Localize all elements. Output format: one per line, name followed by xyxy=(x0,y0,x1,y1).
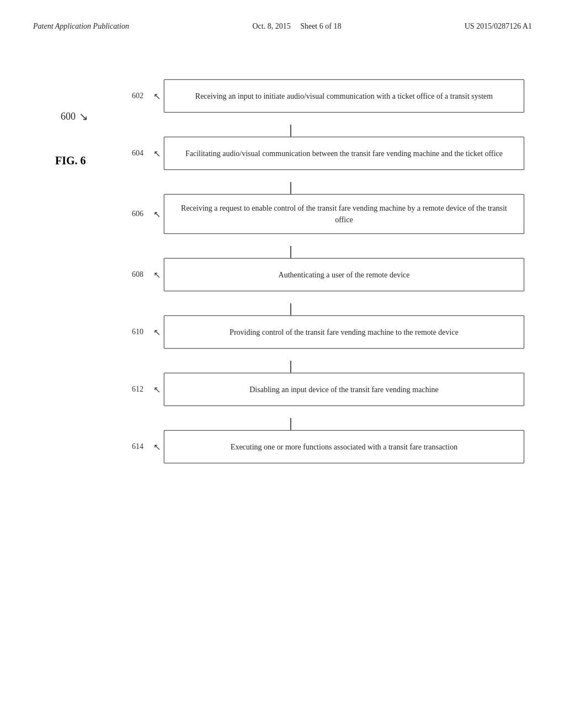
flow-id-text: 600 xyxy=(61,111,76,122)
step-row-604: 604 ↖ Facilitating audio/visual communic… xyxy=(110,137,524,170)
step-row-608: 608 ↖ Authenticating a user of the remot… xyxy=(110,258,524,291)
header-publication-label: Patent Application Publication xyxy=(33,22,129,31)
step-arrow-602: ↖ xyxy=(153,91,161,101)
flow-steps-container: 602 ↖ Receiving an input to initiate aud… xyxy=(110,79,524,463)
step-row-612: 612 ↖ Disabling an input device of the t… xyxy=(110,373,524,406)
step-box-614: Executing one or more functions associat… xyxy=(164,430,524,463)
step-arrow-606: ↖ xyxy=(153,209,161,220)
connector-line-1 xyxy=(290,125,291,137)
step-label-614: 614 xyxy=(110,442,143,451)
figure-label: FIG. 6 xyxy=(55,154,86,167)
connector-4 xyxy=(186,303,524,315)
connector-6 xyxy=(186,418,524,430)
connector-2 xyxy=(186,182,524,194)
connector-line-5 xyxy=(290,361,291,373)
step-label-602: 602 xyxy=(110,92,143,100)
step-arrow-604: ↖ xyxy=(153,148,161,159)
connector-line-3 xyxy=(290,246,291,258)
step-arrow-608: ↖ xyxy=(153,270,161,280)
connector-line-2 xyxy=(290,182,291,194)
connector-5 xyxy=(186,361,524,373)
connector-1 xyxy=(186,125,524,137)
step-label-612: 612 xyxy=(110,385,143,394)
flow-id-label: 600 ↘ xyxy=(61,110,88,123)
header-patent-number: US 2015/0287126 A1 xyxy=(465,22,532,31)
step-row-614: 614 ↖ Executing one or more functions as… xyxy=(110,430,524,463)
page-header: Patent Application Publication Oct. 8, 2… xyxy=(33,22,532,35)
step-box-610: Providing control of the transit fare ve… xyxy=(164,315,524,349)
connector-3 xyxy=(186,246,524,258)
header-date: Oct. 8, 2015 xyxy=(252,22,290,30)
step-box-602: Receiving an input to initiate audio/vis… xyxy=(164,79,524,113)
flow-arrow-icon: ↘ xyxy=(79,110,88,123)
step-box-604: Facilitating audio/visual communication … xyxy=(164,137,524,170)
header-sheet: Sheet 6 of 18 xyxy=(300,22,341,30)
step-label-606: 606 xyxy=(110,210,143,218)
step-box-612: Disabling an input device of the transit… xyxy=(164,373,524,406)
step-arrow-610: ↖ xyxy=(153,327,161,338)
step-box-606: Receiving a request to enable control of… xyxy=(164,194,524,234)
step-box-608: Authenticating a user of the remote devi… xyxy=(164,258,524,291)
page: Patent Application Publication Oct. 8, 2… xyxy=(0,0,565,728)
step-arrow-614: ↖ xyxy=(153,442,161,452)
header-date-sheet: Oct. 8, 2015 Sheet 6 of 18 xyxy=(252,22,341,31)
step-label-608: 608 xyxy=(110,270,143,279)
step-label-610: 610 xyxy=(110,328,143,336)
step-row-610: 610 ↖ Providing control of the transit f… xyxy=(110,315,524,349)
step-row-602: 602 ↖ Receiving an input to initiate aud… xyxy=(110,79,524,113)
connector-line-4 xyxy=(290,303,291,315)
flow-diagram: 600 ↘ 602 ↖ Receiving an input to initia… xyxy=(110,79,524,463)
step-arrow-612: ↖ xyxy=(153,384,161,395)
step-label-604: 604 xyxy=(110,149,143,158)
connector-line-6 xyxy=(290,418,291,430)
step-row-606: 606 ↖ Receiving a request to enable cont… xyxy=(110,194,524,234)
